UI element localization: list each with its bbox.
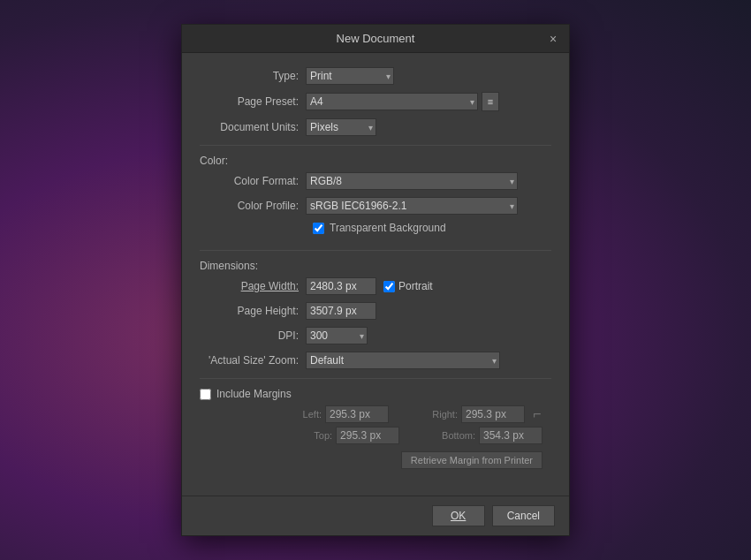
- zoom-label: 'Actual Size' Zoom:: [200, 354, 306, 367]
- link-icon: ⌐: [532, 406, 542, 422]
- doc-units-select-wrapper: Pixels Inches cm mm: [306, 118, 376, 136]
- zoom-row: 'Actual Size' Zoom: Default 100% Fit Pag…: [200, 352, 551, 369]
- include-margins-label[interactable]: Include Margins: [216, 388, 292, 400]
- page-preset-label: Page Preset:: [200, 95, 306, 108]
- page-height-row: Page Height:: [200, 302, 551, 320]
- zoom-select-wrapper: Default 100% Fit Page: [306, 352, 500, 369]
- color-format-select[interactable]: RGB/8 RGB/16 CMYK/8: [306, 172, 518, 190]
- bottom-label: Bottom:: [442, 430, 475, 441]
- transparent-bg-checkbox-row: Transparent Background: [313, 222, 446, 234]
- retrieve-margin-button[interactable]: Retrieve Margin from Printer: [401, 451, 542, 469]
- top-input[interactable]: [336, 427, 399, 444]
- right-input[interactable]: [461, 405, 525, 423]
- title-bar: New Document ×: [182, 25, 569, 53]
- color-profile-select-wrapper: sRGB IEC61966-2.1 Adobe RGB ProPhoto RGB: [306, 197, 518, 215]
- type-row: Type: Print Web Mobile: [200, 67, 551, 85]
- page-width-label: Page Width:: [200, 280, 306, 292]
- dialog-footer: OK Cancel: [182, 496, 569, 535]
- ok-button[interactable]: OK: [432, 505, 485, 526]
- type-label: Type:: [200, 70, 306, 82]
- cancel-button[interactable]: Cancel: [492, 505, 555, 526]
- color-format-row: Color Format: RGB/8 RGB/16 CMYK/8: [200, 172, 551, 190]
- page-height-input[interactable]: [306, 302, 376, 320]
- color-format-label: Color Format:: [200, 175, 306, 187]
- color-profile-label: Color Profile:: [200, 200, 306, 212]
- bottom-input[interactable]: [479, 427, 542, 444]
- dpi-row: DPI: 72 96 150 300 600: [200, 327, 551, 344]
- dpi-select[interactable]: 72 96 150 300 600: [306, 327, 368, 344]
- divider-2: [200, 250, 551, 251]
- doc-units-select[interactable]: Pixels Inches cm mm: [306, 118, 376, 136]
- include-margins-checkbox[interactable]: [200, 389, 211, 400]
- dialog-title: New Document: [337, 32, 415, 45]
- doc-units-label: Document Units:: [200, 121, 306, 133]
- retrieve-btn-wrapper: Retrieve Margin from Printer: [401, 448, 542, 469]
- top-bottom-row: Top: Bottom:: [306, 427, 542, 444]
- portrait-label[interactable]: Portrait: [398, 280, 433, 292]
- color-section-label: Color:: [200, 155, 551, 167]
- divider-3: [200, 378, 551, 379]
- portrait-check: Portrait: [383, 280, 433, 292]
- new-document-dialog: New Document × Type: Print Web Mobile Pa…: [181, 24, 570, 536]
- doc-units-row: Document Units: Pixels Inches cm mm: [200, 118, 551, 136]
- dimensions-section-label: Dimensions:: [200, 260, 551, 272]
- preset-menu-button[interactable]: ≡: [482, 92, 499, 111]
- color-format-select-wrapper: RGB/8 RGB/16 CMYK/8: [306, 172, 518, 190]
- page-preset-select[interactable]: A4 A3 Letter Custom: [306, 93, 478, 110]
- close-button[interactable]: ×: [546, 32, 560, 46]
- type-select[interactable]: Print Web Mobile: [306, 67, 394, 85]
- type-select-wrapper: Print Web Mobile: [306, 67, 394, 85]
- transparent-bg-checkbox[interactable]: [313, 223, 324, 234]
- left-right-row: Left: Right: ⌐: [295, 405, 542, 423]
- portrait-row: Portrait: [383, 280, 433, 292]
- right-label: Right:: [431, 409, 458, 420]
- preset-row: A4 A3 Letter Custom ≡: [306, 92, 499, 111]
- left-label: Left:: [295, 409, 322, 420]
- include-margins-row: Include Margins: [200, 388, 551, 400]
- page-width-row: Page Width: Portrait: [200, 277, 551, 295]
- page-preset-select-wrapper: A4 A3 Letter Custom: [306, 93, 478, 110]
- transparent-bg-row: Transparent Background: [313, 222, 551, 241]
- dialog-body: Type: Print Web Mobile Page Preset: A4 A…: [182, 53, 569, 496]
- dpi-select-wrapper: 72 96 150 300 600: [306, 327, 368, 344]
- dpi-label: DPI:: [200, 329, 306, 342]
- color-profile-select[interactable]: sRGB IEC61966-2.1 Adobe RGB ProPhoto RGB: [306, 197, 518, 215]
- zoom-select[interactable]: Default 100% Fit Page: [306, 352, 500, 369]
- portrait-checkbox[interactable]: [383, 281, 395, 292]
- top-label: Top:: [306, 430, 332, 441]
- divider-1: [200, 145, 551, 146]
- page-height-label: Page Height:: [200, 305, 306, 317]
- page-preset-row: Page Preset: A4 A3 Letter Custom ≡: [200, 92, 551, 111]
- page-width-input[interactable]: [306, 277, 376, 295]
- color-profile-row: Color Profile: sRGB IEC61966-2.1 Adobe R…: [200, 197, 551, 215]
- left-input[interactable]: [325, 405, 389, 423]
- margins-fields: Left: Right: ⌐ Top: Bottom: Re: [200, 405, 551, 469]
- transparent-bg-label[interactable]: Transparent Background: [330, 222, 446, 234]
